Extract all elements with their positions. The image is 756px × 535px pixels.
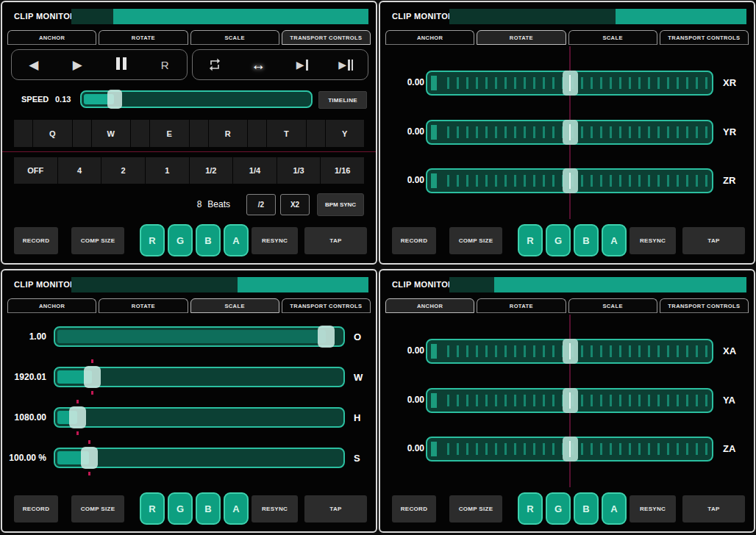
comp-size-button[interactable]: COMP SIZE [71,227,124,254]
timeline-button[interactable]: TIMELINE [318,91,367,109]
channel-g-button[interactable]: G [168,492,193,525]
tab-rotate[interactable]: ROTATE [477,298,566,313]
resync-button[interactable]: RESYNC [630,227,676,254]
channel-a-button[interactable]: A [224,224,249,256]
channel-a-button[interactable]: A [602,224,627,256]
tap-button[interactable]: TAP [682,495,745,523]
rotate-y-handle[interactable] [563,120,578,145]
tab-rotate[interactable]: ROTATE [99,298,188,313]
speed-slider[interactable] [80,90,313,108]
channel-g-button[interactable]: G [546,224,571,256]
rotate-z-handle[interactable] [563,168,578,193]
tab-anchor[interactable]: ANCHOR [385,30,474,45]
height-slider[interactable] [54,407,345,428]
key-cell-w[interactable]: W [92,120,131,147]
channel-b-button[interactable]: B [196,492,221,525]
quantize-off[interactable]: OFF [14,157,57,184]
opacity-handle[interactable] [318,326,335,348]
tab-anchor[interactable]: ANCHOR [7,298,96,313]
tab-scale[interactable]: SCALE [190,298,279,313]
clip-progress-bar[interactable] [449,9,746,24]
record-button[interactable]: RECORD [392,227,436,254]
channel-a-button[interactable]: A [602,492,627,525]
speed-slider-handle[interactable] [107,90,122,109]
key-cell-blank[interactable] [248,120,266,147]
anchor-y-slider[interactable] [426,388,713,413]
channel-b-button[interactable]: B [574,492,599,525]
key-cell-q[interactable]: Q [33,120,72,147]
width-handle[interactable] [84,366,101,388]
opacity-slider[interactable] [54,326,345,347]
pause-button[interactable] [105,52,138,77]
quantize-sixteenth[interactable]: 1/16 [321,157,364,184]
channel-a-button[interactable]: A [224,492,249,525]
channel-r-button[interactable]: R [140,224,165,256]
quantize-quarter[interactable]: 1/4 [233,157,277,184]
tab-transport-controls[interactable]: TRANSPORT CONTROLS [282,298,371,313]
quantize-third[interactable]: 1/3 [277,157,321,184]
width-slider[interactable] [54,367,345,387]
record-button[interactable]: RECORD [14,495,58,523]
reverse-play-button[interactable]: ◀ [18,52,50,77]
clip-progress-bar[interactable] [71,9,368,24]
channel-r-button[interactable]: R [518,492,543,525]
tab-rotate[interactable]: ROTATE [99,30,188,45]
clip-progress-bar[interactable] [449,277,746,292]
key-cell-t[interactable]: T [267,120,306,147]
tab-anchor[interactable]: ANCHOR [7,30,96,45]
retrigger-button[interactable]: R [149,52,181,77]
resync-button[interactable]: RESYNC [252,495,298,523]
comp-size-button[interactable]: COMP SIZE [449,227,502,254]
tap-button[interactable]: TAP [304,495,367,523]
rotate-x-handle[interactable] [563,71,578,96]
ping-pong-button[interactable]: ↔ [242,52,274,77]
key-cell-blank[interactable] [131,120,149,147]
key-cell-blank[interactable] [14,120,32,147]
scale-pct-handle[interactable] [81,447,98,469]
scale-pct-slider[interactable] [54,448,345,468]
resync-button[interactable]: RESYNC [630,495,676,523]
tab-transport-controls[interactable]: TRANSPORT CONTROLS [282,30,371,45]
key-cell-y[interactable]: Y [326,120,365,147]
channel-b-button[interactable]: B [574,224,599,256]
tab-scale[interactable]: SCALE [190,30,279,45]
tap-button[interactable]: TAP [682,227,745,254]
record-button[interactable]: RECORD [14,227,58,254]
tab-anchor[interactable]: ANCHOR [385,298,474,313]
comp-size-button[interactable]: COMP SIZE [71,495,124,523]
play-to-end-hold-button[interactable]: ▶ [329,52,362,77]
tab-scale[interactable]: SCALE [568,30,657,45]
loop-button[interactable] [199,52,231,77]
channel-g-button[interactable]: G [546,492,571,525]
key-cell-blank[interactable] [73,120,91,147]
channel-g-button[interactable]: G [168,224,193,256]
comp-size-button[interactable]: COMP SIZE [449,495,502,523]
record-button[interactable]: RECORD [392,495,436,523]
quantize-half[interactable]: 1/2 [190,157,233,184]
channel-b-button[interactable]: B [196,224,221,256]
rotate-y-slider[interactable] [426,120,713,145]
quantize-4[interactable]: 4 [58,157,101,184]
anchor-z-slider[interactable] [426,437,713,462]
anchor-x-slider[interactable] [426,339,713,364]
resync-button[interactable]: RESYNC [252,227,298,254]
tab-transport-controls[interactable]: TRANSPORT CONTROLS [660,298,749,313]
quantize-1[interactable]: 1 [146,157,189,184]
anchor-y-handle[interactable] [563,388,578,413]
bpm-sync-button[interactable]: BPM SYNC [317,193,364,216]
tab-rotate[interactable]: ROTATE [477,30,566,45]
play-button[interactable]: ▶ [61,52,93,77]
channel-r-button[interactable]: R [518,224,543,256]
rotate-x-slider[interactable] [426,71,713,96]
key-cell-r[interactable]: R [209,120,248,147]
rotate-z-slider[interactable] [426,168,713,193]
double-speed-button[interactable]: X2 [280,194,310,215]
key-cell-blank[interactable] [190,120,208,147]
quantize-2[interactable]: 2 [101,157,145,184]
anchor-x-handle[interactable] [563,339,578,364]
play-to-end-button[interactable]: ▶ [286,52,318,77]
key-cell-e[interactable]: E [150,120,189,147]
half-speed-button[interactable]: /2 [246,194,276,215]
tab-scale[interactable]: SCALE [568,298,657,313]
anchor-z-handle[interactable] [563,437,578,462]
